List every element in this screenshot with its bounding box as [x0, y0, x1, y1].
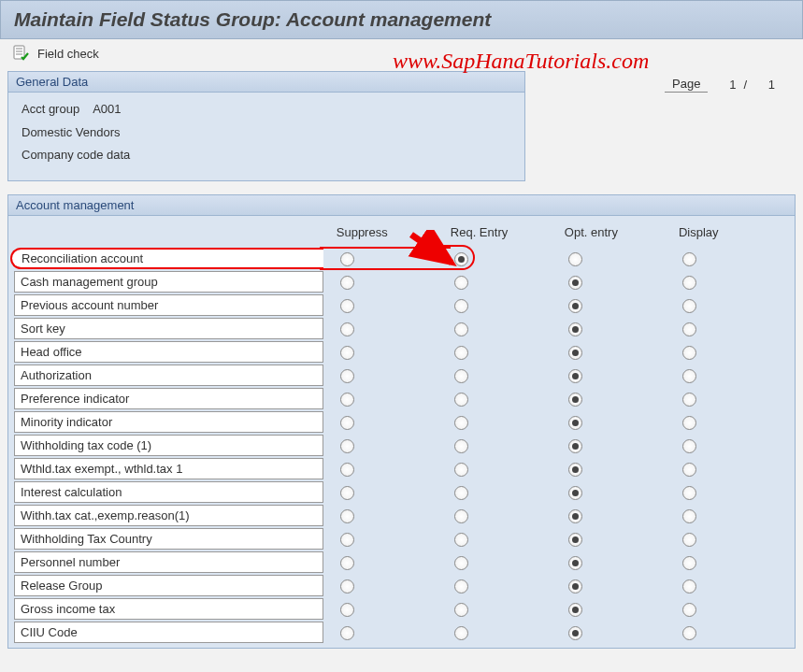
radio-opt[interactable]	[568, 579, 582, 593]
radio-suppress[interactable]	[340, 556, 354, 570]
radio-display[interactable]	[682, 579, 696, 593]
radio-req[interactable]	[454, 486, 468, 500]
table-row: Previous account number	[14, 293, 789, 317]
radio-suppress[interactable]	[340, 393, 354, 407]
field-label: Personnel number	[14, 551, 323, 573]
radio-suppress[interactable]	[340, 252, 354, 266]
radio-display[interactable]	[682, 509, 696, 523]
field-label: Sort key	[14, 318, 323, 339]
radio-opt[interactable]	[568, 626, 582, 640]
radio-display[interactable]	[682, 346, 696, 360]
col-opt-entry: Opt. entry	[561, 220, 675, 247]
radio-display[interactable]	[682, 252, 696, 266]
radio-opt[interactable]	[568, 463, 582, 477]
radio-display[interactable]	[682, 369, 696, 383]
radio-display[interactable]	[682, 276, 696, 290]
radio-opt[interactable]	[568, 533, 582, 547]
radio-opt[interactable]	[568, 556, 582, 570]
radio-suppress[interactable]	[340, 346, 354, 360]
radio-suppress[interactable]	[340, 369, 354, 383]
radio-display[interactable]	[682, 556, 696, 570]
field-label: Preference indicator	[14, 388, 323, 409]
radio-suppress[interactable]	[340, 276, 354, 290]
radio-suppress[interactable]	[340, 299, 354, 313]
field-check-icon[interactable]	[13, 45, 30, 62]
radio-req[interactable]	[454, 556, 468, 570]
radio-req[interactable]	[454, 509, 468, 523]
field-label: Previous account number	[14, 294, 323, 316]
general-data-panel: General Data Acct group A001 Domestic Ve…	[7, 71, 525, 181]
radio-display[interactable]	[682, 533, 696, 547]
table-row: Sort key	[14, 317, 789, 340]
radio-req[interactable]	[454, 626, 468, 640]
acct-group-label: Acct group	[22, 98, 79, 122]
radio-opt[interactable]	[568, 369, 582, 383]
radio-opt[interactable]	[568, 276, 582, 290]
radio-suppress[interactable]	[340, 579, 354, 593]
radio-req[interactable]	[454, 533, 468, 547]
acct-group-value: A001	[93, 98, 121, 122]
radio-suppress[interactable]	[340, 486, 354, 500]
field-label: Authorization	[14, 365, 323, 386]
page-label: Page	[665, 77, 708, 93]
radio-opt[interactable]	[568, 603, 582, 617]
radio-opt[interactable]	[568, 252, 582, 266]
radio-opt[interactable]	[568, 393, 582, 407]
radio-opt[interactable]	[568, 346, 582, 360]
field-check-button[interactable]: Field check	[37, 47, 99, 61]
table-row: CIIU Code	[14, 621, 789, 644]
col-suppress: Suppress	[333, 220, 447, 247]
radio-display[interactable]	[682, 393, 696, 407]
radio-req[interactable]	[454, 322, 468, 336]
page-total: 1	[754, 78, 775, 92]
table-row: Personnel number	[14, 550, 789, 574]
radio-req[interactable]	[454, 276, 468, 290]
radio-req[interactable]	[454, 463, 468, 477]
radio-opt[interactable]	[568, 486, 582, 500]
radio-req[interactable]	[454, 369, 468, 383]
radio-suppress[interactable]	[340, 603, 354, 617]
radio-display[interactable]	[682, 439, 696, 453]
radio-req[interactable]	[454, 603, 468, 617]
radio-suppress[interactable]	[340, 626, 354, 640]
toolbar: Field check	[0, 39, 803, 67]
radio-display[interactable]	[682, 299, 696, 313]
table-row: Withholding Tax Country	[14, 527, 789, 550]
radio-req[interactable]	[454, 416, 468, 430]
table-row: Withholding tax code (1)	[14, 434, 789, 457]
table-row: Gross income tax	[14, 597, 789, 621]
radio-opt[interactable]	[568, 509, 582, 523]
radio-req[interactable]	[454, 393, 468, 407]
page-current: 1	[715, 78, 736, 92]
table-row: Release Group	[14, 574, 789, 597]
radio-suppress[interactable]	[340, 463, 354, 477]
radio-req[interactable]	[454, 579, 468, 593]
radio-suppress[interactable]	[340, 509, 354, 523]
account-management-panel: Account management Suppress Req. Entry O…	[7, 194, 796, 649]
radio-suppress[interactable]	[340, 439, 354, 453]
radio-display[interactable]	[682, 486, 696, 500]
field-label: Cash management group	[14, 271, 323, 293]
radio-suppress[interactable]	[340, 416, 354, 430]
col-req-entry: Req. Entry	[447, 220, 561, 247]
radio-display[interactable]	[682, 603, 696, 617]
field-label: Withholding Tax Country	[14, 528, 323, 550]
radio-opt[interactable]	[568, 322, 582, 336]
radio-opt[interactable]	[568, 439, 582, 453]
radio-opt[interactable]	[568, 299, 582, 313]
radio-req[interactable]	[454, 439, 468, 453]
radio-display[interactable]	[682, 322, 696, 336]
radio-display[interactable]	[682, 416, 696, 430]
radio-opt[interactable]	[568, 416, 582, 430]
radio-display[interactable]	[682, 463, 696, 477]
radio-display[interactable]	[682, 626, 696, 640]
radio-suppress[interactable]	[340, 533, 354, 547]
radio-req[interactable]	[454, 252, 468, 266]
radio-req[interactable]	[454, 299, 468, 313]
account-management-header: Account management	[8, 195, 795, 216]
table-row: Authorization	[14, 364, 789, 387]
radio-suppress[interactable]	[340, 322, 354, 336]
field-label: Release Group	[14, 575, 323, 596]
radio-req[interactable]	[454, 346, 468, 360]
field-label: Withholding tax code (1)	[14, 435, 323, 456]
